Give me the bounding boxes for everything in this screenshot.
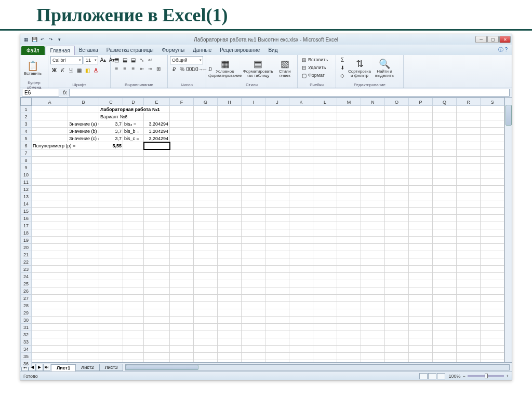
cell[interactable]: [337, 338, 361, 346]
cell[interactable]: [313, 295, 337, 302]
cell[interactable]: [481, 346, 504, 353]
cell[interactable]: [289, 229, 313, 237]
cell[interactable]: [144, 273, 170, 280]
cell[interactable]: [289, 142, 313, 149]
cell[interactable]: [144, 157, 170, 164]
cell[interactable]: [265, 106, 289, 113]
underline-button[interactable]: Ч: [67, 66, 75, 74]
cell[interactable]: [409, 324, 433, 331]
cell[interactable]: [144, 200, 170, 208]
cell[interactable]: [433, 338, 457, 346]
sheet-nav-last[interactable]: ⏭: [43, 364, 50, 371]
cell[interactable]: [123, 317, 144, 324]
cell[interactable]: [144, 237, 170, 244]
cell[interactable]: [99, 273, 123, 280]
cell[interactable]: [361, 215, 385, 222]
cell[interactable]: [32, 229, 68, 237]
cell[interactable]: [242, 157, 265, 164]
cell[interactable]: [289, 208, 313, 215]
cell[interactable]: [385, 106, 409, 113]
cell[interactable]: [144, 258, 170, 266]
cell[interactable]: [481, 164, 504, 171]
cell[interactable]: [457, 135, 481, 142]
cell[interactable]: [99, 164, 123, 171]
cell[interactable]: [170, 142, 194, 149]
cell[interactable]: [242, 200, 265, 208]
cell[interactable]: [144, 208, 170, 215]
cell[interactable]: [265, 273, 289, 280]
cell[interactable]: [99, 258, 123, 266]
cell[interactable]: [313, 317, 337, 324]
cell[interactable]: [289, 302, 313, 309]
cell[interactable]: [385, 302, 409, 309]
cell[interactable]: [194, 338, 218, 346]
cell[interactable]: [265, 287, 289, 295]
cell[interactable]: [289, 338, 313, 346]
cell[interactable]: [32, 324, 68, 331]
cell[interactable]: [481, 302, 504, 309]
cell[interactable]: [265, 280, 289, 287]
cell[interactable]: [385, 135, 409, 142]
cell[interactable]: [409, 302, 433, 309]
cell[interactable]: [123, 287, 144, 295]
cell[interactable]: Полупериметр (p) =: [32, 142, 99, 149]
cell[interactable]: [457, 142, 481, 149]
cell[interactable]: [457, 287, 481, 295]
cell[interactable]: [170, 208, 194, 215]
row-header[interactable]: 1: [20, 106, 32, 113]
cell[interactable]: [170, 179, 194, 186]
cell[interactable]: [433, 280, 457, 287]
align-right-icon[interactable]: ≡: [129, 65, 137, 73]
cell[interactable]: [289, 149, 313, 157]
cell[interactable]: [409, 244, 433, 251]
cell[interactable]: [433, 193, 457, 200]
cell[interactable]: [123, 208, 144, 215]
percent-icon[interactable]: %: [178, 65, 186, 73]
cell[interactable]: [218, 331, 242, 338]
cell[interactable]: [170, 237, 194, 244]
cell[interactable]: [481, 295, 504, 302]
cell[interactable]: [265, 222, 289, 229]
cell[interactable]: [144, 317, 170, 324]
bold-button[interactable]: Ж: [50, 66, 58, 74]
font-size-combo[interactable]: 11: [84, 56, 98, 64]
cell[interactable]: [99, 186, 123, 193]
currency-icon[interactable]: ₽: [170, 65, 178, 73]
cell[interactable]: [99, 215, 123, 222]
cell[interactable]: [337, 164, 361, 171]
excel-icon[interactable]: ▦: [22, 36, 30, 43]
zoom-in-button[interactable]: +: [506, 374, 509, 379]
row-header[interactable]: 5: [20, 135, 32, 142]
column-header[interactable]: O: [385, 98, 409, 106]
cell[interactable]: [170, 266, 194, 273]
cell[interactable]: 3,204294: [144, 120, 170, 128]
row-header[interactable]: 13: [20, 193, 32, 200]
row-header[interactable]: 22: [20, 258, 32, 266]
cell[interactable]: [265, 237, 289, 244]
sheet-tab[interactable]: Лист1: [51, 364, 76, 372]
cell[interactable]: [361, 120, 385, 128]
cell[interactable]: [242, 317, 265, 324]
cell[interactable]: [361, 244, 385, 251]
cell[interactable]: [457, 266, 481, 273]
row-header[interactable]: 6: [20, 142, 32, 149]
cell[interactable]: [194, 229, 218, 237]
cell[interactable]: [361, 186, 385, 193]
cell[interactable]: [457, 324, 481, 331]
cell[interactable]: [68, 186, 99, 193]
cell[interactable]: [409, 266, 433, 273]
cell[interactable]: [32, 317, 68, 324]
cell[interactable]: [433, 346, 457, 353]
cell[interactable]: [68, 273, 99, 280]
cell[interactable]: [32, 113, 68, 120]
cell[interactable]: [68, 338, 99, 346]
cell[interactable]: [265, 208, 289, 215]
cell[interactable]: [123, 273, 144, 280]
cell[interactable]: [313, 171, 337, 179]
cell[interactable]: [409, 208, 433, 215]
cell[interactable]: [68, 251, 99, 258]
cell[interactable]: [409, 164, 433, 171]
cell[interactable]: [68, 331, 99, 338]
cell[interactable]: [361, 346, 385, 353]
cell[interactable]: [337, 237, 361, 244]
